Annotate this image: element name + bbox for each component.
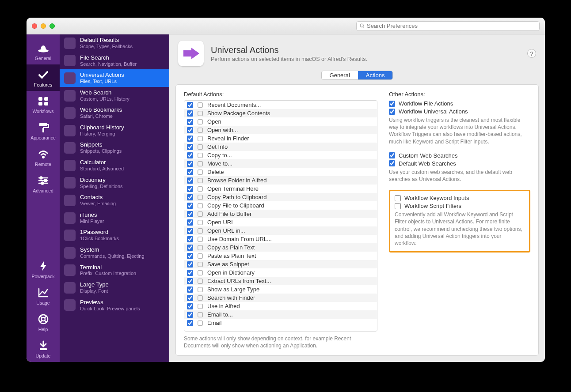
action-checkbox[interactable] (187, 186, 193, 192)
feature-itunes[interactable]: iTunesMini Player (60, 209, 169, 227)
close-button[interactable] (32, 23, 37, 29)
action-row[interactable]: Recent Documents... (184, 101, 377, 109)
action-checkbox[interactable] (187, 245, 193, 251)
rail-advanced[interactable]: Advanced (27, 170, 60, 197)
action-checkbox[interactable] (187, 253, 193, 259)
rail-help[interactable]: Help (27, 309, 60, 335)
feature-contacts[interactable]: ContactsViewer, Emailing (60, 192, 169, 209)
rail-usage[interactable]: Usage (27, 283, 60, 309)
action-row[interactable]: Use in Alfred (184, 302, 377, 310)
action-row[interactable]: Move to... (184, 159, 377, 168)
action-checkbox[interactable] (187, 270, 193, 276)
feature-system[interactable]: SystemCommands, Quitting, Ejecting (60, 244, 169, 262)
default-actions-list[interactable]: Recent Documents...Show Package Contents… (184, 100, 377, 332)
action-row[interactable]: Use Domain From URL... (184, 235, 377, 243)
action-row[interactable]: Save as Snippet (184, 260, 377, 268)
feature-universal-actions[interactable]: Universal ActionsFiles, Text, URLs (60, 69, 169, 87)
action-checkbox[interactable] (187, 303, 193, 309)
action-row[interactable]: Email (184, 319, 377, 327)
feature-clipboard-history[interactable]: Clipboard HistoryHistory, Merging (60, 122, 169, 139)
opt-workflow-universal-actions[interactable]: Workflow Universal Actions (389, 108, 530, 115)
rail-features[interactable]: Features (27, 64, 60, 91)
action-row[interactable]: Open Terminal Here (184, 185, 377, 193)
svg-point-0 (360, 24, 363, 27)
feature-snippets[interactable]: SnippetsSnippets, Clippings (60, 139, 169, 157)
feature-web-search[interactable]: Web SearchCustom, URLs, History (60, 87, 169, 105)
search-preferences[interactable] (356, 21, 540, 31)
opt-workflow-file-actions[interactable]: Workflow File Actions (389, 100, 530, 107)
action-checkbox[interactable] (187, 286, 193, 293)
default-actions-label: Default Actions: (184, 91, 377, 98)
action-checkbox[interactable] (187, 219, 193, 226)
action-checkbox[interactable] (187, 278, 193, 284)
zoom-button[interactable] (49, 23, 55, 29)
action-row[interactable]: Reveal in Finder (184, 134, 377, 143)
rail-remote[interactable]: Remote (27, 144, 60, 170)
action-row[interactable]: Copy to... (184, 151, 377, 159)
action-row[interactable]: Open (184, 117, 377, 126)
action-checkbox[interactable] (187, 110, 193, 117)
action-row[interactable]: Paste as Plain Text (184, 252, 377, 260)
action-row[interactable]: Copy File to Clipboard (184, 201, 377, 210)
opt-workflow-keyword-inputs[interactable]: Workflow Keyword Inputs (395, 195, 525, 201)
action-row[interactable]: Show Package Contents (184, 109, 377, 117)
action-label: Get Info (207, 143, 228, 150)
action-checkbox[interactable] (187, 177, 193, 184)
search-input[interactable] (367, 23, 537, 29)
action-row[interactable]: Browse Folder in Alfred (184, 176, 377, 185)
action-row[interactable]: Open in Dictionary (184, 268, 377, 277)
action-row[interactable]: Email to... (184, 310, 377, 319)
action-row[interactable]: Get Info (184, 143, 377, 151)
feature-terminal[interactable]: TerminalPrefix, Custom Integration (60, 262, 169, 279)
action-checkbox[interactable] (187, 161, 193, 167)
action-checkbox[interactable] (187, 312, 193, 318)
rail-appearance[interactable]: Appearance (27, 117, 60, 144)
action-checkbox[interactable] (187, 119, 193, 125)
action-row[interactable]: Copy Path to Clipboard (184, 193, 377, 201)
opt-workflow-script-filters[interactable]: Workflow Script Filters (395, 203, 525, 209)
action-checkbox[interactable] (187, 127, 193, 133)
feature-1password[interactable]: 1Password1Click Bookmarks (60, 226, 169, 244)
opt-default-web-searches[interactable]: Default Web Searches (389, 160, 530, 167)
action-checkbox[interactable] (187, 136, 193, 142)
rail-update[interactable]: Update (27, 335, 60, 362)
action-checkbox[interactable] (187, 236, 193, 242)
action-checkbox[interactable] (187, 102, 193, 108)
action-row[interactable]: Search with Finder (184, 294, 377, 302)
action-checkbox[interactable] (187, 211, 193, 217)
action-row[interactable]: Open URL (184, 218, 377, 226)
action-checkbox[interactable] (187, 261, 193, 268)
action-checkbox[interactable] (187, 295, 193, 301)
action-row[interactable]: Open with... (184, 126, 377, 134)
feature-previews[interactable]: PreviewsQuick Look, Preview panels (60, 297, 169, 314)
action-row[interactable]: Add File to Buffer (184, 210, 377, 218)
action-row[interactable]: Delete (184, 168, 377, 176)
action-checkbox[interactable] (187, 320, 193, 326)
action-row[interactable]: Open URL in... (184, 226, 377, 235)
action-checkbox[interactable] (187, 169, 193, 175)
sidebar-rail: General Features Workflows Appearance Re… (27, 34, 60, 362)
feature-file-search[interactable]: File SearchSearch, Navigation, Buffer (60, 52, 169, 70)
feature-list[interactable]: Default ResultsScope, Types, FallbacksFi… (60, 34, 169, 362)
action-checkbox[interactable] (187, 203, 193, 209)
action-checkbox[interactable] (187, 152, 193, 158)
action-checkbox[interactable] (187, 194, 193, 200)
action-checkbox[interactable] (187, 228, 193, 234)
feature-dictionary[interactable]: DictionarySpelling, Definitions (60, 174, 169, 192)
rail-general[interactable]: General (27, 38, 60, 64)
rail-workflows[interactable]: Workflows (27, 91, 60, 117)
feature-large-type[interactable]: Large TypeDisplay, Font (60, 279, 169, 297)
minimize-button[interactable] (41, 23, 46, 29)
feature-calculator[interactable]: CalculatorStandard, Advanced (60, 157, 169, 174)
action-row[interactable]: Show as Large Type (184, 285, 377, 294)
feature-web-bookmarks[interactable]: Web BookmarksSafari, Chrome (60, 104, 169, 122)
rail-powerpack[interactable]: Powerpack (27, 256, 60, 283)
tab-actions[interactable]: Actions (358, 71, 393, 79)
action-row[interactable]: Copy as Plain Text (184, 243, 377, 252)
action-row[interactable]: Extract URLs from Text... (184, 277, 377, 285)
help-button[interactable]: ? (527, 49, 536, 58)
opt-custom-web-searches[interactable]: Custom Web Searches (389, 152, 530, 159)
tab-general[interactable]: General (322, 71, 358, 79)
action-checkbox[interactable] (187, 144, 193, 150)
feature-default-results[interactable]: Default ResultsScope, Types, Fallbacks (60, 34, 169, 52)
